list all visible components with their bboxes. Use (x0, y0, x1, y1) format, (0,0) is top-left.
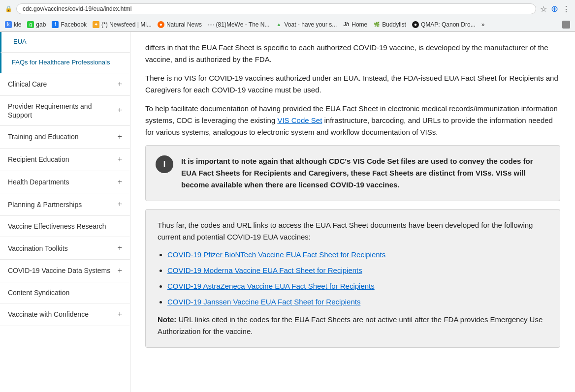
main-content: differs in that the EUA Fact Sheet is sp… (130, 32, 575, 392)
bookmark-voat[interactable]: ▲ Voat - have your s... (276, 21, 337, 28)
sidebar-item-faqs[interactable]: FAQs for Healthcare Professionals (0, 53, 130, 73)
bookmark-qmap[interactable]: ● QMAP: Qanon Dro... (412, 21, 476, 28)
browser-extension[interactable]: ⊕ (551, 3, 558, 14)
url-text: cdc.gov/vaccines/covid-19/eua/index.html (23, 5, 131, 12)
para3: To help facilitate documentation of havi… (145, 103, 560, 138)
bookmark-facebook[interactable]: f Facebook (52, 21, 87, 28)
bookmark-home-favicon: Jh (343, 21, 350, 28)
list-box: Thus far, the codes and URL links to acc… (145, 209, 560, 348)
bookmark-kle[interactable]: k kle (5, 21, 21, 28)
bookmark-kle-label: kle (14, 21, 21, 28)
bookmark-naturalnews-label: Natural News (166, 21, 202, 28)
sidebar-item-vaccine-effectiveness[interactable]: Vaccine Effectiveness Research (0, 216, 130, 237)
page-layout: EUA FAQs for Healthcare Professionals Cl… (0, 32, 575, 392)
sidebar-plus-confidence: + (118, 309, 122, 320)
sidebar-plus-training: + (118, 132, 122, 142)
bookmark-buddylist-label: Buddylist (382, 21, 406, 28)
browser-menu[interactable]: ⋮ (562, 4, 570, 14)
info-box: i It is important to note again that alt… (145, 145, 560, 201)
sidebar-item-covid-data-label: COVID-19 Vaccine Data Systems (8, 266, 110, 275)
sidebar-item-training-education[interactable]: Training and Education + (0, 126, 130, 149)
sidebar-item-faqs-label: FAQs for Healthcare Professionals (12, 59, 110, 67)
bookmark-buddylist-favicon: 🌿 (373, 21, 380, 28)
sidebar-item-vaccinate-confidence[interactable]: Vaccinate with Confidence + (0, 303, 130, 326)
url-bar[interactable]: cdc.gov/vaccines/covid-19/eua/index.html (16, 3, 536, 14)
sidebar-item-eua[interactable]: EUA (0, 32, 130, 53)
bookmark-home[interactable]: Jh Home (343, 21, 367, 28)
bookmark-gab-favicon: g (27, 21, 34, 28)
info-icon: i (156, 155, 173, 173)
astrazeneca-link[interactable]: COVID-19 AstraZeneca Vaccine EUA Fact Sh… (167, 282, 375, 290)
sidebar-item-covid-data[interactable]: COVID-19 Vaccine Data Systems + (0, 260, 130, 282)
sidebar-item-health-departments[interactable]: Health Departments + (0, 171, 130, 194)
bookmark-mewe[interactable]: ···· (81)MeWe - The N... (208, 21, 270, 28)
bookmark-newsfeed-label: (*) Newsfeed | Mi... (101, 21, 152, 28)
pfizer-link[interactable]: COVID-19 Pfizer BioNTech Vaccine EUA Fac… (167, 250, 385, 259)
sidebar-item-clinical-care-label: Clinical Care (8, 80, 47, 89)
bookmark-newsfeed[interactable]: ✦ (*) Newsfeed | Mi... (93, 21, 152, 28)
browser-chrome: 🔒 cdc.gov/vaccines/covid-19/eua/index.ht… (0, 0, 575, 32)
sidebar-plus-covid-data: + (118, 266, 122, 276)
bookmark-gab-label: gab (36, 21, 46, 28)
bookmarks-bar: k kle g gab f Facebook ✦ (*) Newsfeed | … (0, 18, 575, 31)
bookmark-buddylist[interactable]: 🌿 Buddylist (373, 21, 406, 28)
info-box-bold-text: It is important to note again that altho… (181, 157, 533, 189)
sidebar-plus-toolkits: + (118, 243, 122, 253)
browser-toolbar: 🔒 cdc.gov/vaccines/covid-19/eua/index.ht… (0, 0, 575, 18)
bookmark-more[interactable]: » (481, 21, 485, 28)
list-item-pfizer: COVID-19 Pfizer BioNTech Vaccine EUA Fac… (167, 249, 548, 261)
sidebar-item-eua-label: EUA (13, 38, 27, 46)
sidebar-item-recipient-label: Recipient Education (8, 155, 69, 164)
sidebar-item-health-label: Health Departments (8, 178, 69, 186)
info-box-text: It is important to note again that altho… (181, 155, 550, 191)
browser-right-icons (562, 21, 570, 29)
vaccine-links-list: COVID-19 Pfizer BioNTech Vaccine EUA Fac… (167, 249, 548, 308)
bookmark-kle-favicon: k (5, 21, 12, 28)
note: Note: URL links cited in the codes for t… (158, 314, 548, 337)
bookmark-naturalnews[interactable]: ● Natural News (158, 21, 202, 28)
bookmark-gab[interactable]: g gab (27, 21, 46, 28)
sidebar-plus-provider: + (118, 105, 122, 116)
sidebar-item-planning-partnerships[interactable]: Planning & Partnerships + (0, 193, 130, 216)
sidebar-item-provider-requirements-label: Provider Requirements and Support (8, 102, 118, 120)
sidebar-plus-clinical-care: + (118, 79, 122, 90)
sidebar-item-provider-requirements[interactable]: Provider Requirements and Support + (0, 96, 130, 126)
sidebar-item-confidence-label: Vaccinate with Confidence (8, 310, 89, 319)
list-box-intro: Thus far, the codes and URL links to acc… (158, 221, 533, 241)
bookmark-home-label: Home (351, 21, 367, 28)
sidebar-item-vaccine-label: Vaccine Effectiveness Research (8, 222, 106, 231)
browser-star[interactable]: ☆ (540, 4, 547, 14)
para2: There is no VIS for COVID-19 vaccines au… (145, 72, 560, 96)
list-item-moderna: COVID-19 Moderna Vaccine EUA Fact Sheet … (167, 265, 548, 276)
sidebar-plus-planning: + (118, 199, 122, 210)
sidebar-item-content-syndication[interactable]: Content Syndication (0, 282, 130, 303)
moderna-link[interactable]: COVID-19 Moderna Vaccine EUA Fact Sheet … (167, 266, 362, 274)
bookmark-voat-favicon: ▲ (276, 21, 283, 28)
note-label: Note: (158, 315, 176, 324)
bookmark-voat-label: Voat - have your s... (285, 21, 337, 28)
note-text: URL links cited in the codes for the EUA… (158, 315, 543, 335)
sidebar-item-syndication-label: Content Syndication (8, 288, 69, 297)
bookmark-facebook-label: Facebook (61, 21, 87, 28)
list-item-janssen: COVID-19 Janssen Vaccine EUA Fact Sheet … (167, 296, 548, 308)
bookmark-more-label: » (481, 21, 485, 28)
lock-icon: 🔒 (5, 5, 12, 12)
sidebar-item-toolkits-label: Vaccination Toolkits (8, 244, 68, 253)
bookmark-naturalnews-favicon: ● (158, 21, 164, 28)
sidebar-item-vaccination-toolkits[interactable]: Vaccination Toolkits + (0, 237, 130, 260)
bookmark-facebook-favicon: f (52, 21, 59, 28)
sidebar-plus-recipient: + (118, 154, 122, 165)
sidebar-plus-health: + (118, 177, 122, 187)
sidebar-item-planning-label: Planning & Partnerships (8, 200, 82, 209)
bookmark-qmap-label: QMAP: Qanon Dro... (421, 21, 476, 28)
sidebar-item-recipient-education[interactable]: Recipient Education + (0, 149, 130, 171)
sidebar-item-clinical-care[interactable]: Clinical Care + (0, 73, 130, 96)
bookmark-newsfeed-favicon: ✦ (93, 21, 99, 28)
bookmark-qmap-favicon: ● (412, 21, 419, 28)
sidebar: EUA FAQs for Healthcare Professionals Cl… (0, 32, 130, 392)
sidebar-item-training-label: Training and Education (8, 132, 78, 141)
vis-code-set-link[interactable]: VIS Code Set (277, 116, 322, 124)
grid-icon (562, 21, 570, 29)
bookmark-mewe-label: ···· (81)MeWe - The N... (208, 21, 270, 28)
janssen-link[interactable]: COVID-19 Janssen Vaccine EUA Fact Sheet … (167, 298, 360, 306)
